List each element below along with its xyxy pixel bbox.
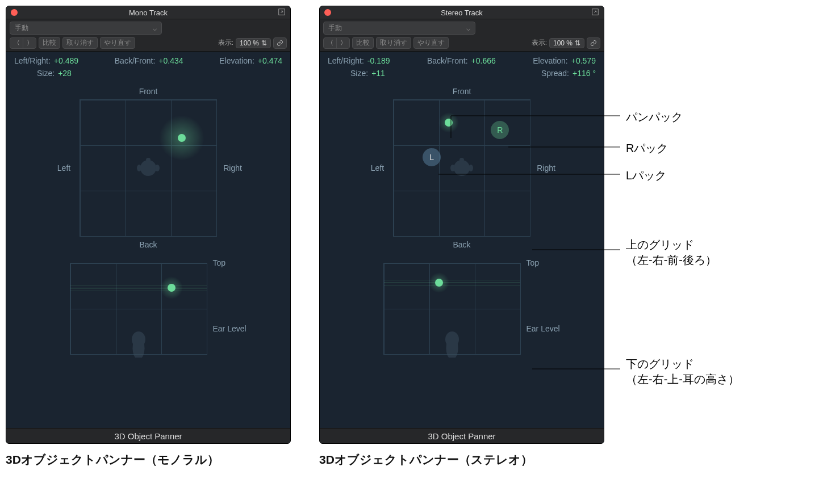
- nav-segment: 〈 〉: [10, 37, 36, 49]
- stereo-panel: Stereo Track 手動 ⌵ 〈 〉 比較 取り消す やり直す 表示: 1…: [319, 6, 604, 444]
- close-icon[interactable]: [11, 9, 18, 16]
- top-grid[interactable]: [80, 99, 217, 237]
- callout-btmgrid: 下のグリッド （左-右-上-耳の高さ）: [626, 356, 739, 387]
- label-front: Front: [453, 87, 471, 96]
- stepper-icon: ⇅: [261, 39, 267, 47]
- elevation-line: [384, 283, 520, 283]
- l-puck[interactable]: L: [423, 148, 441, 166]
- callout-lpuck: Lパック: [626, 168, 666, 183]
- zoom-stepper[interactable]: 100 % ⇅: [549, 38, 584, 48]
- redo-button[interactable]: やり直す: [100, 37, 135, 49]
- footer-label: 3D Object Panner: [320, 428, 604, 443]
- expand-icon[interactable]: [278, 8, 286, 16]
- param-size[interactable]: Size: +11: [328, 69, 385, 78]
- param-size[interactable]: Size: +28: [14, 69, 72, 78]
- view-label: 表示:: [532, 38, 547, 48]
- close-icon[interactable]: [324, 9, 331, 16]
- label-back: Back: [139, 240, 157, 249]
- head-side-icon: [441, 330, 463, 358]
- stepper-icon: ⇅: [575, 39, 580, 47]
- toolbar: 手動 ⌵ 〈 〉 比較 取り消す やり直す 表示: 100 % ⇅: [320, 19, 604, 52]
- compare-button[interactable]: 比較: [352, 37, 374, 49]
- svg-point-8: [450, 165, 455, 171]
- mono-caption: 3Dオブジェクトパンナー（モノラル）: [6, 452, 291, 468]
- param-back-front[interactable]: Back/Front: +0.666: [427, 56, 496, 65]
- elevation-line: [70, 288, 207, 288]
- compare-button[interactable]: 比較: [39, 37, 60, 49]
- param-left-right[interactable]: Left/Right: -0.189: [328, 56, 390, 65]
- label-front: Front: [139, 87, 158, 96]
- titlebar: Stereo Track: [320, 6, 604, 19]
- expand-icon[interactable]: [591, 8, 599, 16]
- window-title: Mono Track: [129, 9, 168, 17]
- callout-panpuck: パンパック: [626, 110, 683, 125]
- head-icon: [449, 157, 474, 179]
- mode-label: 手動: [15, 23, 28, 33]
- params: Left/Right: +0.489 Back/Front: +0.434 El…: [6, 52, 290, 83]
- r-puck[interactable]: R: [491, 121, 509, 139]
- zoom-value: 100 %: [553, 39, 573, 47]
- label-right: Right: [217, 163, 248, 173]
- view-label: 表示:: [218, 38, 233, 48]
- nav-segment: 〈 〉: [323, 37, 350, 49]
- next-button[interactable]: 〉: [336, 38, 349, 48]
- svg-point-4: [146, 158, 151, 162]
- label-left: Left: [362, 163, 393, 173]
- undo-button[interactable]: 取り消す: [376, 37, 411, 49]
- head-side-icon: [127, 330, 150, 358]
- zoom-value: 100 %: [240, 39, 259, 47]
- toolbar: 手動 ⌵ 〈 〉 比較 取り消す やり直す 表示: 100 % ⇅: [6, 19, 290, 52]
- mono-panel: Mono Track 手動 ⌵ 〈 〉 比較 取り消す やり直す 表示: 100…: [6, 6, 291, 444]
- footer-label: 3D Object Panner: [6, 428, 290, 443]
- redo-button[interactable]: やり直す: [413, 37, 449, 49]
- param-elevation[interactable]: Elevation: +0.579: [533, 56, 596, 65]
- next-button[interactable]: 〉: [23, 38, 36, 48]
- zoom-stepper[interactable]: 100 % ⇅: [236, 38, 271, 48]
- prev-button[interactable]: 〈: [324, 38, 336, 48]
- svg-point-7: [454, 160, 470, 176]
- elevation-puck[interactable]: [435, 279, 443, 287]
- stereo-caption: 3Dオブジェクトパンナー（ステレオ）: [319, 452, 604, 468]
- svg-point-9: [469, 165, 473, 171]
- titlebar: Mono Track: [6, 6, 290, 19]
- link-button[interactable]: [273, 37, 287, 49]
- window-title: Stereo Track: [441, 9, 483, 17]
- chevron-down-icon: ⌵: [153, 24, 157, 32]
- label-ear: Ear Level: [213, 324, 258, 333]
- mode-label: 手動: [328, 23, 342, 33]
- elevation-puck[interactable]: [168, 284, 176, 292]
- pan-puck[interactable]: [445, 119, 453, 127]
- params: Left/Right: -0.189 Back/Front: +0.666 El…: [320, 52, 604, 83]
- mode-dropdown[interactable]: 手動 ⌵: [10, 22, 162, 35]
- svg-point-10: [459, 158, 464, 162]
- label-top: Top: [213, 258, 258, 267]
- param-back-front[interactable]: Back/Front: +0.434: [115, 56, 183, 65]
- label-ear: Ear Level: [526, 324, 572, 333]
- svg-point-2: [137, 165, 141, 171]
- top-grid[interactable]: R L: [393, 99, 530, 237]
- param-left-right[interactable]: Left/Right: +0.489: [14, 56, 78, 65]
- callout-rpuck: Rパック: [626, 141, 668, 156]
- head-icon: [136, 157, 161, 179]
- label-back: Back: [453, 240, 470, 249]
- svg-point-1: [140, 160, 156, 176]
- prev-button[interactable]: 〈: [10, 38, 23, 48]
- link-icon: [277, 40, 283, 47]
- param-elevation[interactable]: Elevation: +0.474: [219, 56, 282, 65]
- label-top: Top: [526, 258, 572, 267]
- chevron-down-icon: ⌵: [466, 24, 470, 32]
- callout-topgrid: 上のグリッド （左-右-前-後ろ）: [626, 237, 717, 268]
- param-spread[interactable]: Spread: +116 °: [541, 69, 596, 78]
- label-left: Left: [48, 163, 80, 173]
- link-button[interactable]: [587, 37, 600, 49]
- bottom-grid[interactable]: [70, 263, 207, 355]
- undo-button[interactable]: 取り消す: [62, 37, 98, 49]
- link-icon: [590, 40, 597, 47]
- svg-point-3: [155, 165, 160, 171]
- label-right: Right: [530, 163, 562, 173]
- pan-puck[interactable]: [178, 134, 186, 142]
- mode-dropdown[interactable]: 手動 ⌵: [323, 22, 475, 35]
- bottom-grid[interactable]: [383, 263, 521, 355]
